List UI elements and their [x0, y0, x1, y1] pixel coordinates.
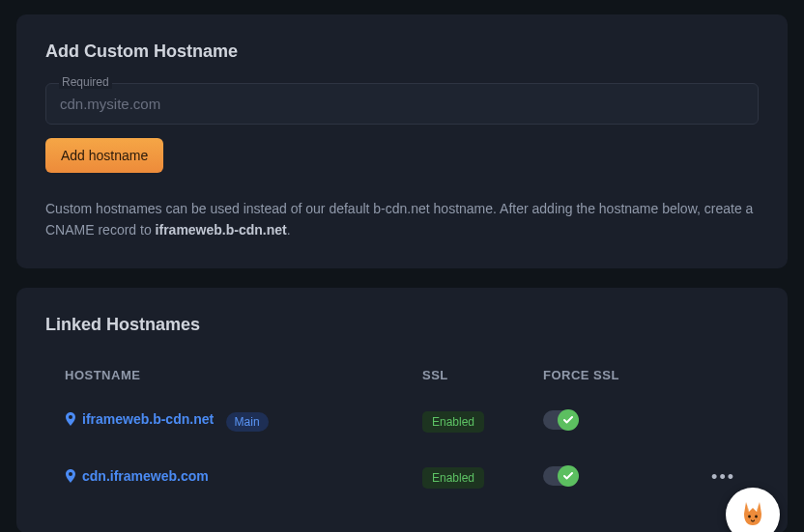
help-text: Custom hostnames can be used instead of … — [45, 198, 759, 241]
help-text-cname: iframeweb.b-cdn.net — [156, 222, 287, 238]
hostname-text: cdn.iframeweb.com — [82, 468, 209, 484]
ssl-status-badge: Enabled — [422, 411, 484, 433]
hostnames-table: HOSTNAME SSL FORCE SSL iframeweb.b-cdn.n… — [45, 356, 759, 506]
help-text-prefix: Custom hostnames can be used instead of … — [45, 201, 753, 238]
col-force-ssl-header: FORCE SSL — [543, 368, 688, 382]
col-ssl-header: SSL — [422, 368, 543, 382]
col-hostname-header: HOSTNAME — [65, 368, 422, 382]
toggle-knob — [558, 465, 579, 487]
hostname-cell: cdn.iframeweb.com — [65, 468, 422, 487]
check-icon — [563, 472, 573, 480]
hostname-link[interactable]: cdn.iframeweb.com — [65, 468, 209, 484]
force-ssl-cell — [543, 466, 688, 490]
table-row: cdn.iframeweb.com Enabled ••• — [45, 450, 759, 506]
main-badge: Main — [226, 412, 269, 432]
toggle-knob — [558, 409, 579, 431]
add-hostname-panel: Add Custom Hostname Required Add hostnam… — [16, 14, 788, 268]
linked-hostnames-panel: Linked Hostnames HOSTNAME SSL FORCE SSL … — [16, 288, 788, 532]
bunny-icon — [736, 498, 769, 531]
add-hostname-button[interactable]: Add hostname — [45, 138, 163, 173]
table-row: iframeweb.b-cdn.net Main Enabled — [45, 394, 759, 450]
ssl-cell: Enabled — [422, 411, 543, 433]
svg-point-1 — [755, 516, 758, 518]
col-actions-header — [688, 368, 739, 382]
force-ssl-cell — [543, 410, 688, 434]
ssl-status-badge: Enabled — [422, 467, 484, 489]
add-hostname-title: Add Custom Hostname — [45, 42, 759, 62]
check-icon — [563, 416, 573, 424]
actions-cell: ••• — [688, 465, 739, 490]
force-ssl-toggle[interactable] — [543, 466, 578, 486]
linked-hostnames-title: Linked Hostnames — [45, 315, 759, 335]
hostname-text: iframeweb.b-cdn.net — [82, 411, 214, 427]
more-actions-button[interactable]: ••• — [707, 465, 739, 490]
hostname-input-label: Required — [59, 75, 112, 89]
map-pin-icon — [65, 468, 76, 484]
hostname-input[interactable] — [45, 83, 759, 125]
map-pin-icon — [65, 411, 76, 427]
table-header: HOSTNAME SSL FORCE SSL — [45, 356, 759, 394]
help-text-suffix: . — [287, 222, 291, 238]
ssl-cell: Enabled — [422, 467, 543, 489]
hostname-cell: iframeweb.b-cdn.net Main — [65, 411, 422, 432]
svg-point-0 — [748, 516, 751, 518]
hostname-link[interactable]: iframeweb.b-cdn.net — [65, 411, 214, 427]
force-ssl-toggle[interactable] — [543, 410, 578, 430]
hostname-input-wrapper: Required — [45, 83, 759, 125]
